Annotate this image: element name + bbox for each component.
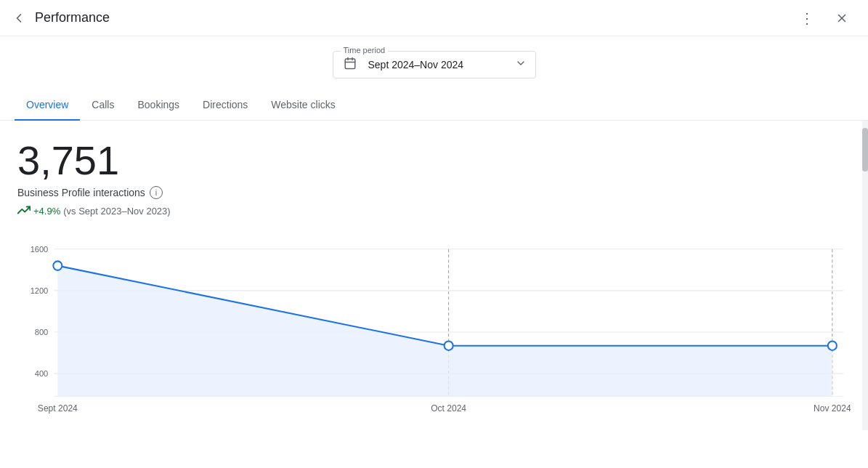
tab-website-clicks[interactable]: Website clicks <box>259 90 346 121</box>
tab-calls[interactable]: Calls <box>80 90 126 121</box>
performance-chart: 1600 1200 800 400 <box>17 234 851 430</box>
close-icon <box>835 12 848 25</box>
tab-directions[interactable]: Directions <box>191 90 259 121</box>
trend-arrow-icon <box>17 203 31 219</box>
calendar-icon <box>344 57 357 73</box>
time-period-value: Sept 2024–Nov 2024 <box>368 59 464 70</box>
chart-point-oct <box>445 341 453 350</box>
tab-bookings[interactable]: Bookings <box>126 90 191 121</box>
tabs: Overview Calls Bookings Directions Websi… <box>0 90 868 121</box>
main-content: 3,751 Business Profile interactions i +4… <box>0 121 868 430</box>
more-icon: ⋮ <box>800 9 815 27</box>
x-label-oct: Oct 2024 <box>431 403 466 413</box>
trend-indicator: +4.9% (vs Sept 2023–Nov 2023) <box>17 203 851 219</box>
chart-container: 1600 1200 800 400 <box>17 234 851 430</box>
metric-value: 3,751 <box>17 138 851 183</box>
y-label-400: 400 <box>35 369 48 378</box>
time-period-container: Time period Sept 2024–Nov 2024 <box>0 36 868 90</box>
back-button[interactable] <box>12 11 26 25</box>
chart-point-sept <box>53 261 62 270</box>
header-actions: ⋮ <box>792 4 856 33</box>
tab-overview[interactable]: Overview <box>15 90 80 121</box>
metric-label: Business Profile interactions i <box>17 186 851 199</box>
y-label-1600: 1600 <box>31 244 49 253</box>
time-period-select[interactable]: Time period Sept 2024–Nov 2024 <box>333 51 536 78</box>
y-label-1200: 1200 <box>31 286 49 294</box>
x-label-nov: Nov 2024 <box>814 403 851 413</box>
time-period-label: Time period <box>341 46 389 55</box>
chart-point-nov <box>828 341 837 350</box>
close-button[interactable] <box>827 4 856 33</box>
trend-value: +4.9% <box>33 206 60 217</box>
scrollbar-thumb[interactable] <box>862 128 868 172</box>
svg-rect-2 <box>345 59 355 69</box>
more-options-button[interactable]: ⋮ <box>792 4 822 33</box>
info-icon[interactable]: i <box>150 186 163 199</box>
scrollbar-track[interactable] <box>862 121 868 430</box>
x-label-sept: Sept 2024 <box>38 403 78 413</box>
y-label-800: 800 <box>35 328 48 336</box>
header: Performance ⋮ <box>0 0 868 36</box>
dropdown-arrow-icon <box>515 57 527 72</box>
page-title: Performance <box>35 10 792 25</box>
chart-area-fill <box>57 265 832 396</box>
trend-compare: (vs Sept 2023–Nov 2023) <box>63 206 170 217</box>
